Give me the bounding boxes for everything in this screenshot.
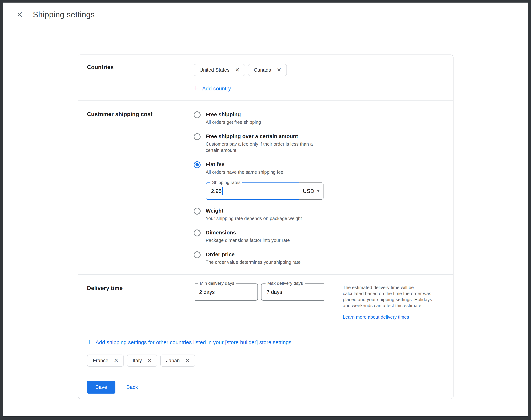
radio-button[interactable] (194, 208, 201, 215)
shipping-cost-section: Customer shipping cost Free shipping All… (78, 101, 453, 274)
other-countries-section: + Add shipping settings for other countr… (78, 332, 453, 374)
text-cursor (222, 187, 223, 195)
shipping-rates-field-label: Shipping rates (210, 180, 242, 185)
countries-label: Countries (87, 64, 194, 92)
add-shipping-settings-label: Add shipping settings for other countrie… (96, 339, 291, 345)
radio-option-order-price: Order price The order value determines y… (194, 251, 444, 265)
plus-icon: + (194, 84, 198, 92)
other-country-chip-row: France ✕ Italy ✕ Japan ✕ (87, 355, 444, 367)
shipping-rates-value: 2.95 (211, 188, 222, 194)
add-country-button[interactable]: + Add country (194, 85, 231, 92)
radio-option-free-shipping: Free shipping All orders get free shippi… (194, 111, 444, 125)
remove-country-icon[interactable]: ✕ (185, 358, 190, 363)
add-shipping-settings-button[interactable]: + Add shipping settings for other countr… (87, 339, 291, 346)
chip-label: United States (199, 67, 229, 73)
chip-label: Japan (166, 358, 180, 363)
delivery-note-text: The estimated delivery time will be calc… (343, 285, 436, 309)
delivery-time-section: Delivery time Min delivery days 2 days M… (78, 275, 453, 332)
option-title: Flat fee (206, 161, 323, 168)
country-chip-france: France ✕ (87, 355, 124, 367)
min-delivery-days-label: Min delivery days (198, 281, 236, 286)
option-description: Package dimensions factor into your rate (206, 237, 290, 243)
option-title: Free shipping (206, 111, 261, 118)
currency-value: USD (303, 188, 314, 194)
delivery-note: The estimated delivery time will be calc… (343, 284, 436, 320)
chip-label: Italy (133, 358, 142, 363)
settings-card: Countries United States ✕ Canada ✕ + Add… (78, 55, 454, 399)
option-description: Your shipping rate depends on package we… (206, 215, 302, 222)
learn-more-link[interactable]: Learn more about delivery times (343, 315, 409, 320)
radio-button[interactable] (194, 251, 201, 258)
delivery-time-label: Delivery time (87, 284, 194, 324)
country-chip-row: United States ✕ Canada ✕ (194, 64, 444, 76)
option-description: All orders have the same shipping fee (206, 169, 319, 175)
option-description: Customers pay a fee only if their order … (206, 141, 319, 153)
radio-button[interactable] (194, 229, 201, 236)
shipping-settings-dialog: ✕ Shipping settings Countries United Sta… (3, 2, 528, 416)
option-description: The order value determines your shipping… (206, 259, 301, 265)
footer-actions: Save Back (78, 374, 453, 399)
radio-option-weight: Weight Your shipping rate depends on pac… (194, 207, 444, 222)
option-title: Weight (206, 207, 302, 214)
remove-country-icon[interactable]: ✕ (277, 67, 281, 73)
min-delivery-days-value: 2 days (199, 289, 215, 295)
chevron-down-icon: ▾ (317, 189, 319, 193)
plus-icon: + (87, 338, 91, 346)
max-delivery-days-value: 7 days (267, 289, 282, 295)
page-title: Shipping settings (33, 10, 95, 19)
back-button[interactable]: Back (126, 384, 138, 390)
currency-select[interactable]: USD ▾ (299, 182, 323, 200)
radio-button-selected[interactable] (194, 161, 201, 168)
radio-button[interactable] (194, 111, 201, 118)
remove-country-icon[interactable]: ✕ (147, 358, 152, 363)
option-title: Free shipping over a certain amount (206, 133, 319, 140)
save-button[interactable]: Save (87, 381, 115, 394)
option-title: Order price (206, 251, 301, 258)
close-icon[interactable]: ✕ (14, 9, 26, 20)
radio-button[interactable] (194, 133, 201, 140)
add-country-label: Add country (202, 86, 231, 92)
country-chip-italy: Italy ✕ (127, 355, 157, 367)
max-delivery-days-label: Max delivery days (266, 281, 305, 286)
remove-country-icon[interactable]: ✕ (114, 358, 118, 363)
min-delivery-days-field[interactable]: Min delivery days 2 days (194, 284, 258, 300)
chip-label: France (93, 358, 108, 363)
max-delivery-days-field[interactable]: Max delivery days 7 days (261, 284, 325, 300)
remove-country-icon[interactable]: ✕ (235, 67, 240, 73)
vertical-divider (334, 284, 334, 324)
shipping-cost-label: Customer shipping cost (87, 111, 194, 265)
chip-label: Canada (254, 67, 271, 73)
country-chip-united-states: United States ✕ (194, 64, 245, 76)
radio-option-free-over-amount: Free shipping over a certain amount Cust… (194, 133, 444, 153)
option-description: All orders get free shipping (206, 119, 261, 125)
shipping-rates-field[interactable]: Shipping rates 2.95 USD ▾ (206, 182, 323, 200)
country-chip-canada: Canada ✕ (248, 64, 287, 76)
countries-section: Countries United States ✕ Canada ✕ + Add… (78, 55, 453, 100)
dialog-header: ✕ Shipping settings (3, 2, 528, 27)
option-title: Dimensions (206, 229, 290, 236)
radio-option-flat-fee: Flat fee All orders have the same shippi… (194, 161, 444, 200)
radio-option-dimensions: Dimensions Package dimensions factor int… (194, 229, 444, 243)
country-chip-japan: Japan ✕ (160, 355, 195, 367)
